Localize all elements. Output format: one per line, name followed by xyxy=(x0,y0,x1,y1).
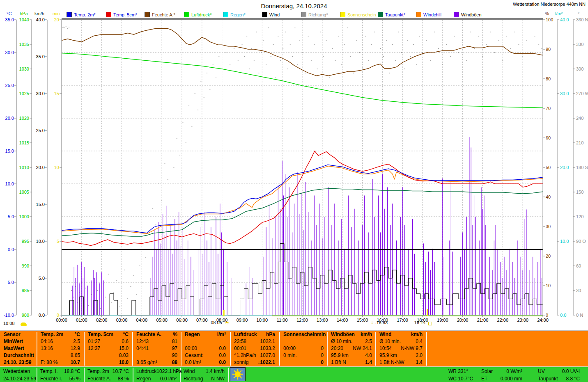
table-row: Windböenkm/h xyxy=(328,331,375,338)
statusbar-row: WR 331° xyxy=(446,368,483,375)
axis-tick-label-pct: 0 xyxy=(546,313,562,318)
legend-item-wind: Wind xyxy=(262,12,280,17)
table-cell-value: 12.9 xyxy=(71,345,80,352)
legend-item-windb-en: Windböen xyxy=(454,12,482,17)
legend-swatch xyxy=(262,12,267,17)
axis-tick-label-temp: 0.0 xyxy=(0,247,14,252)
legend-label: Wind xyxy=(269,12,280,17)
statusbar-divider xyxy=(133,368,133,382)
stats-table: SensorMinWertMaxWertDurchschnitt24.10. 2… xyxy=(0,330,588,366)
statusbar-label: Regen xyxy=(136,375,151,382)
statusbar-row: Taupunkt8.8 °C xyxy=(535,375,582,382)
statusbar-value: 0.0 l/m² xyxy=(160,375,177,382)
table-cell-label: 04:41 xyxy=(136,345,149,352)
annotation-sunrise: 08:05 xyxy=(204,320,222,325)
table-cell-label: ^1.2hPa/h xyxy=(234,352,256,359)
axis-tick-label-minax: 20 xyxy=(42,17,59,22)
table-row-label: 24.10. 23:59 xyxy=(1,359,36,366)
table-column-luftdruck: LuftdruckhPa23:581022.100:011033.2^1.2hP… xyxy=(231,331,278,366)
axis-tick-label-lm2: 40.0 xyxy=(560,17,577,22)
statusbar-label: Taupunkt xyxy=(538,375,558,382)
legend-label: Taupunkt* xyxy=(385,12,405,17)
axis-tick-label-kmh: 35.0 xyxy=(28,54,45,59)
statusbar-row: RichtungN-NW xyxy=(181,375,227,382)
statusbar-label: Feuchte I. xyxy=(40,375,62,382)
x-axis-label: 24:00 xyxy=(533,318,553,323)
table-row-label: Sensor xyxy=(1,331,36,338)
legend-swatch xyxy=(340,12,345,17)
statusbar-row: Regen0.0 l/m² xyxy=(134,375,179,382)
annotation-sunset: 18:14 xyxy=(409,320,425,325)
axis-tick-label-pct: 100 xyxy=(546,17,562,22)
axis-unit-pct: % xyxy=(545,11,549,16)
axis-tick-label-deg: 360 N xyxy=(576,17,588,22)
table-cell-label: Sonnenschein xyxy=(283,331,317,338)
statusbar-divider xyxy=(37,368,37,382)
statusbar-cell: Solar0 W/m²ET0.000 mm xyxy=(479,368,525,382)
table-cell-value: km/h xyxy=(361,331,372,338)
statusbar-label: Richtung xyxy=(184,375,203,382)
table-row: 0 min.0 xyxy=(280,352,326,359)
axis-tick-label-temp: -5.0 xyxy=(0,280,14,285)
statusbar-label: Feuchte A. xyxy=(87,375,111,382)
x-axis-label: 12:00 xyxy=(292,318,312,323)
table-cell-label: F: 88 % xyxy=(41,359,57,366)
table-cell-label: Wind xyxy=(379,331,391,338)
axis-tick-label-temp: 15.0 xyxy=(0,149,14,153)
table-row: LuftdruckhPa xyxy=(231,331,278,338)
table-cell-label: Temp. 2m xyxy=(41,331,63,338)
legend-item-luftdruck-: Luftdruck* xyxy=(184,12,212,17)
table-cell-label: Windböen xyxy=(331,331,355,338)
axis-tick-label-hpa: 1010 xyxy=(12,165,29,170)
table-cell-label: 0.0 l/m² xyxy=(185,359,201,366)
table-column-temp-2m: Temp. 2m°C04:162.513:1612.98.65F: 88 %10… xyxy=(38,331,83,366)
moon-blob-icon xyxy=(21,323,27,326)
axis-tick-label-deg: 180 S xyxy=(576,165,588,170)
legend-swatch xyxy=(416,12,421,17)
axis-tick-label-temp: 10.0 xyxy=(0,181,14,186)
axis-tick-label-deg: 120 xyxy=(576,214,588,219)
legend-item-taupunkt-: Taupunkt* xyxy=(378,12,405,17)
x-axis-label: 03:00 xyxy=(112,318,132,323)
axis-tick-label-deg: 330 xyxy=(576,42,588,47)
table-cell-value: 0 xyxy=(321,352,324,359)
x-axis-label: 20:00 xyxy=(453,318,473,323)
table-cell-value: 15.0 xyxy=(119,345,129,352)
x-axis-label: 01:00 xyxy=(72,318,92,323)
x-axis-label: 02:00 xyxy=(92,318,112,323)
table-cell-value: 10.7 xyxy=(71,359,80,366)
table-row: 00:000 xyxy=(280,345,326,352)
table-divider xyxy=(132,332,133,366)
axis-tick-label-hpa: 1005 xyxy=(12,190,29,194)
statusbar-cell: Wind1.4 km/hRichtungN-NW xyxy=(181,368,227,382)
statusbar-divider xyxy=(84,368,85,382)
legend-item-windchill: Windchill xyxy=(416,12,441,17)
x-axis-label: 23:00 xyxy=(513,318,533,323)
axis-unit-hpa: hPa xyxy=(20,11,28,16)
axis-tick-label-pct: 90 xyxy=(546,47,562,52)
table-divider xyxy=(84,332,85,366)
table-row: Windkm/h xyxy=(377,331,425,338)
legend-swatch xyxy=(301,12,306,17)
table-cell-label: 12:37 xyxy=(88,345,100,352)
legend-swatch xyxy=(145,12,150,17)
table-cell-value: 2.0 xyxy=(416,352,423,359)
statusbar-value: 1022.1 hPa xyxy=(156,368,181,375)
table-cell-value: 1.4 xyxy=(365,359,372,366)
legend-swatch xyxy=(67,12,72,17)
statusbar-value: 0 W/m² xyxy=(506,368,522,375)
statusbar-value: 18.8 °C xyxy=(64,368,80,375)
legend-item-feuchte-a-: Feuchte A.* xyxy=(145,12,175,17)
table-row: Regenl/m² xyxy=(182,331,229,338)
legend-label: Richtung* xyxy=(308,12,328,17)
x-axis-label: 22:00 xyxy=(493,318,512,323)
legend-item-temp-5cm-: Temp. 5cm* xyxy=(106,12,137,17)
square-icon xyxy=(428,321,432,326)
table-row: 12:3715.0 xyxy=(85,345,131,352)
statusbar-cell: WR 331°WC 10.7°C xyxy=(446,368,483,382)
table-cell-label: sonnig xyxy=(234,359,248,366)
axis-tick-label-pct: 50 xyxy=(546,165,562,170)
table-column-temp-5cm: Temp. 5cm°C01:270.612:3715.08.0310.0 xyxy=(85,331,131,366)
table-cell-value: N-NW 9.7 xyxy=(401,345,423,352)
table-cell-value: 0.0 xyxy=(219,345,226,352)
